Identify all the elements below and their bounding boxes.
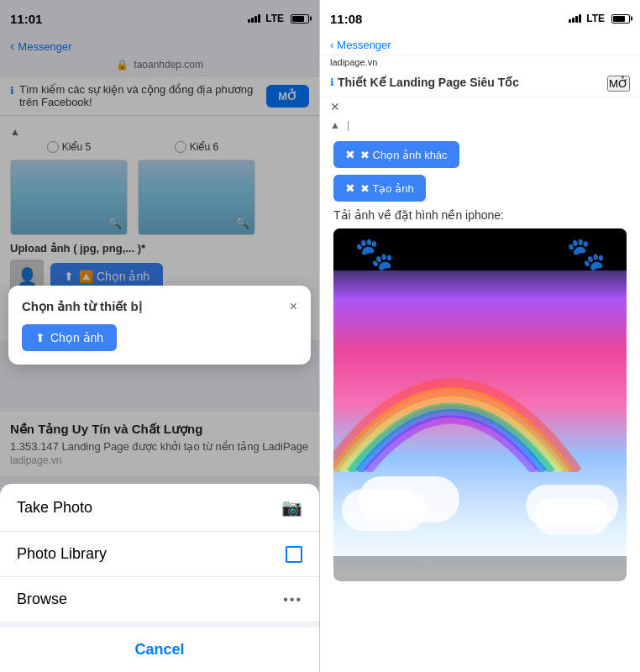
right-back-icon[interactable]: ‹ [330,39,333,51]
paw-right-icon: 🐾 [566,235,606,272]
right-messenger-label: Messenger [337,39,391,51]
right-messenger-bar[interactable]: ‹ Messenger [320,37,640,55]
cloud-4 [526,485,618,527]
chon-anh-dialog: Chọn ảnh từ thiết bị × ⬆ Chọn ảnh [8,286,311,365]
bottom-sheet-item-browse[interactable]: Browse ••• [0,577,319,622]
camera-icon: 📷 [281,497,302,517]
right-battery-icon [611,14,630,24]
photo-library-label: Photo Library [17,545,107,563]
right-info-icon: ℹ [330,76,334,88]
right-tao-anh-button[interactable]: ✖ ✖ Tạo ảnh [333,175,426,202]
phone-bottom-bar [333,556,627,581]
bottom-sheet-item-take-photo[interactable]: Take Photo 📷 [0,484,319,532]
dialog-title: Chọn ảnh từ thiết bị [22,299,142,314]
bottom-sheet-item-photo-library[interactable]: Photo Library [0,532,319,577]
right-phone: 11:08 LTE ‹ Messenger ladipage.vn ℹ Thiế… [320,0,640,672]
browse-label: Browse [17,591,67,608]
right-time: 11:08 [330,12,362,26]
dialog-close-button[interactable]: × [290,299,297,314]
dialog-chon-anh-button[interactable]: ⬆ Chọn ảnh [22,324,117,351]
right-lte-label: LTE [586,13,605,24]
scissors-icon-2: ✖ [345,148,355,161]
right-ad-title: Thiết Kế Landing Page Siêu Tốc [338,76,519,89]
right-content: ✖ ✖ Chọn ảnh khác ✖ ✖ Tạo ảnh Tải ảnh về… [320,134,640,588]
right-close-ad-icon[interactable]: ✕ [330,100,340,113]
rainbow-svg [333,287,585,472]
cancel-button[interactable]: Cancel [0,622,319,672]
dialog-upload-icon: ⬆ [35,331,45,344]
tai-anh-label: Tải ảnh về đặt hình nền iphone: [333,208,627,222]
left-phone: 11:01 LTE ‹ Messenger 🔒 taoanhdep.com ℹ … [0,0,320,672]
scissors-icon-3: ✖ [345,181,355,195]
photo-library-icon [286,546,302,563]
right-mo-button[interactable]: MỞ [607,76,630,92]
paw-left-icon: 🐾 [354,235,394,272]
right-url-bar[interactable]: ladipage.vn [320,55,640,71]
wallpaper-preview: 🐾 🐾 [333,228,627,581]
right-ad-banner: ℹ Thiết Kế Landing Page Siêu Tốc MỞ [320,71,640,97]
right-section-toggle[interactable]: ▲ | [320,116,640,134]
right-url-source: ladipage.vn [330,57,377,67]
dots-icon: ••• [283,592,302,607]
chon-anh-khac-button[interactable]: ✖ ✖ Chọn ảnh khác [333,141,459,168]
take-photo-label: Take Photo [17,499,92,517]
right-status-bar: 11:08 LTE [320,0,640,37]
cloud-2 [359,476,459,522]
right-status-icons: LTE [569,13,630,24]
bottom-sheet: Take Photo 📷 Photo Library Browse ••• Ca… [0,484,319,672]
right-up-arrow-icon: ▲ [330,119,340,131]
right-signal-icon [569,14,581,23]
